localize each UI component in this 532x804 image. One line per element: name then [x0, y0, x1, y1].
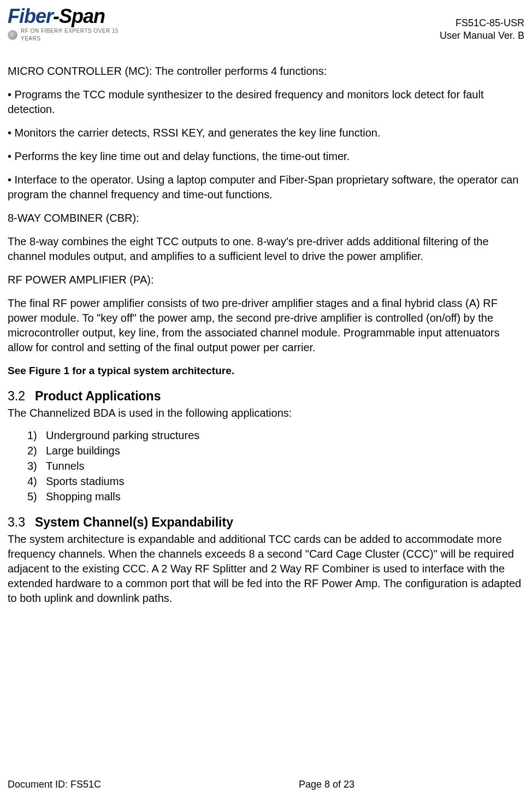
logo-word-span: Span: [59, 5, 105, 27]
see-figure: See Figure 1 for a typical system archit…: [8, 364, 524, 378]
section-3-3-body: The system architecture is expandable an…: [8, 532, 524, 606]
list-item: 1)Underground parking structures: [27, 428, 524, 443]
mc-bullet-2: • Monitors the carrier detects, RSSI KEY…: [8, 126, 524, 140]
footer-doc-id: Document ID: FS51C: [8, 778, 233, 791]
section-3-2-intro: The Channelized BDA is used in the follo…: [8, 406, 524, 421]
list-item: 4)Sports stadiums: [27, 474, 524, 489]
mc-intro: MICRO CONTROLLER (MC): The controller pe…: [8, 64, 524, 79]
doc-meta: FS51C-85-USR User Manual Ver. B: [440, 17, 524, 43]
applications-list: 1)Underground parking structures 2)Large…: [27, 428, 524, 504]
section-3-2-heading: 3.2Product Applications: [8, 388, 524, 405]
list-text: Large buildings: [46, 445, 120, 457]
doc-code: FS51C-85-USR: [440, 17, 524, 29]
section-3-2-number: 3.2: [8, 389, 25, 403]
pa-body: The final RF power amplifier consists of…: [8, 296, 524, 355]
logo: Fiber-Span RF ON FIBER® EXPERTS OVER 15 …: [8, 8, 139, 42]
cbr-body: The 8-way combines the eight TCC outputs…: [8, 234, 524, 264]
mc-bullet-3: • Performs the key line time out and del…: [8, 149, 524, 164]
list-text: Tunnels: [46, 460, 84, 472]
pa-heading: RF POWER AMPLIFIER (PA):: [8, 273, 524, 287]
page-header: Fiber-Span RF ON FIBER® EXPERTS OVER 15 …: [8, 8, 524, 42]
section-3-3-number: 3.3: [8, 515, 25, 529]
list-item: 3)Tunnels: [27, 459, 524, 474]
cbr-heading: 8-WAY COMBINER (CBR):: [8, 211, 524, 226]
list-num: 1): [27, 428, 46, 443]
mc-bullet-1: • Programs the TCC module synthesizer to…: [8, 87, 524, 117]
list-text: Underground parking structures: [46, 429, 199, 441]
doc-version: User Manual Ver. B: [440, 29, 524, 42]
list-text: Sports stadiums: [46, 475, 124, 487]
section-3-3-heading: 3.3System Channel(s) Expandability: [8, 514, 524, 531]
page-content: MICRO CONTROLLER (MC): The controller pe…: [8, 64, 524, 606]
logo-tagline-row: RF ON FIBER® EXPERTS OVER 15 YEARS: [8, 27, 139, 42]
list-item: 5)Shopping malls: [27, 489, 524, 504]
list-num: 2): [27, 444, 46, 458]
list-num: 3): [27, 459, 46, 474]
section-3-3-title: System Channel(s) Expandability: [35, 515, 233, 529]
logo-word-fiber: Fiber: [8, 5, 53, 27]
page-footer: Document ID: FS51C Page 8 of 23: [8, 778, 524, 791]
list-num: 5): [27, 489, 46, 504]
list-num: 4): [27, 474, 46, 489]
list-item: 2)Large buildings: [27, 444, 524, 458]
mc-bullet-4: • Interface to the operator. Using a lap…: [8, 173, 524, 202]
section-3-2-title: Product Applications: [35, 389, 161, 403]
footer-page-number: Page 8 of 23: [233, 778, 524, 791]
logo-wordmark: Fiber-Span: [8, 8, 139, 25]
globe-icon: [8, 30, 17, 40]
list-text: Shopping malls: [46, 490, 121, 503]
logo-tagline: RF ON FIBER® EXPERTS OVER 15 YEARS: [21, 27, 139, 42]
logo-dash: -: [53, 5, 59, 27]
